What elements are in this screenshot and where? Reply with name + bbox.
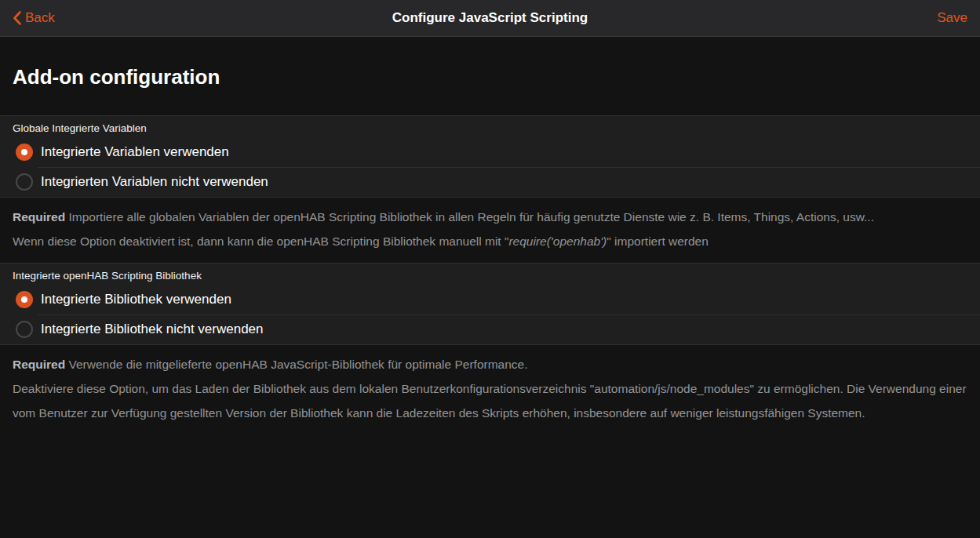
section-heading: Add-on configuration bbox=[13, 65, 967, 89]
setting-group-label: Globale Integrierte Variablen bbox=[0, 122, 980, 135]
description-text: Verwende die mitgelieferte openHAB JavaS… bbox=[69, 358, 528, 371]
chevron-left-icon bbox=[13, 10, 22, 26]
navbar: Back Configure JavaScript Scripting Save bbox=[0, 0, 980, 37]
back-button-label: Back bbox=[25, 10, 55, 26]
setting-description-builtin-variables: Required Importiere alle globalen Variab… bbox=[13, 205, 967, 253]
radio-option-use-builtin-library[interactable]: Integrierte Bibliothek verwenden bbox=[0, 285, 980, 314]
page-title: Configure JavaScript Scripting bbox=[0, 10, 980, 26]
radio-option-label: Integrierte Variablen verwenden bbox=[41, 144, 229, 160]
description-text: Wenn diese Option deaktiviert ist, dann … bbox=[13, 234, 508, 248]
setting-description-builtin-library: Required Verwende die mitgelieferte open… bbox=[13, 352, 967, 425]
description-text: Deaktiviere diese Option, um das Laden d… bbox=[13, 382, 967, 420]
back-button[interactable]: Back bbox=[13, 10, 55, 26]
description-code: require('openhab') bbox=[508, 234, 607, 248]
radio-option-label: Integrierte Bibliothek nicht verwenden bbox=[41, 322, 264, 337]
radio-option-label: Integrierte Bibliothek verwenden bbox=[41, 292, 231, 307]
description-text: Importiere alle globalen Variablen der o… bbox=[69, 210, 874, 224]
setting-group-builtin-library: Integrierte openHAB Scripting Bibliothek… bbox=[0, 263, 980, 345]
radio-unselected-icon bbox=[16, 321, 33, 338]
save-button[interactable]: Save bbox=[937, 10, 967, 26]
required-badge: Required bbox=[13, 358, 65, 371]
radio-option-label: Integrierten Variablen nicht verwenden bbox=[41, 174, 268, 190]
radio-option-use-builtin-variables[interactable]: Integrierte Variablen verwenden bbox=[0, 137, 980, 167]
radio-option-no-builtin-variables[interactable]: Integrierten Variablen nicht verwenden bbox=[0, 167, 980, 197]
radio-option-no-builtin-library[interactable]: Integrierte Bibliothek nicht verwenden bbox=[0, 314, 980, 344]
setting-group-builtin-variables: Globale Integrierte Variablen Integriert… bbox=[0, 115, 980, 198]
radio-selected-icon bbox=[16, 291, 33, 308]
required-badge: Required bbox=[13, 210, 65, 224]
radio-selected-icon bbox=[16, 144, 33, 161]
description-text: " importiert werden bbox=[607, 234, 709, 248]
radio-unselected-icon bbox=[16, 173, 33, 191]
setting-group-label: Integrierte openHAB Scripting Bibliothek bbox=[0, 269, 980, 282]
